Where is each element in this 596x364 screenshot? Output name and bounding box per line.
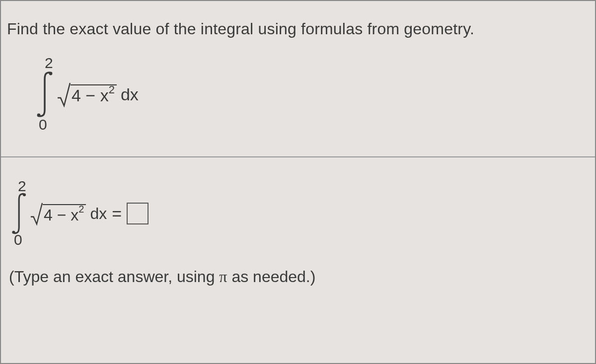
svg-point-0 — [49, 72, 53, 75]
integral-sign-icon — [11, 191, 29, 236]
sqrt-icon — [57, 81, 71, 108]
sqrt-icon — [30, 201, 43, 226]
radicand-exp: 2 — [109, 83, 115, 96]
differential: dx — [90, 205, 107, 223]
lower-limit: 0 — [14, 231, 22, 248]
sqrt-expression: 4 − x2 — [57, 81, 117, 108]
hint-text: (Type an exact answer, using π as needed… — [9, 268, 595, 286]
radicand-var: x — [71, 206, 78, 224]
integral-sign-icon — [36, 70, 56, 119]
radicand: 4 − x2 — [43, 204, 86, 223]
pi-symbol: π — [219, 268, 227, 286]
hint-suffix: as needed.) — [227, 268, 316, 286]
answer-input[interactable] — [127, 203, 149, 224]
equals-sign: = — [112, 204, 122, 223]
integral-expression-top: 2 0 4 − x2 dx — [36, 52, 595, 137]
lower-limit: 0 — [39, 116, 47, 133]
integral-expression-answer: 2 0 4 − x2 — [11, 176, 595, 251]
radicand: 4 − x2 — [71, 84, 117, 104]
radicand-var: x — [100, 86, 109, 105]
upper-limit: 2 — [45, 55, 53, 72]
hint-prefix: (Type an exact answer, using — [9, 268, 219, 286]
differential: dx — [121, 85, 139, 104]
radicand-const: 4 — [72, 86, 81, 105]
sqrt-expression: 4 − x2 — [30, 201, 86, 226]
radicand-exp: 2 — [78, 204, 84, 215]
problem-text: Find the exact value of the integral usi… — [1, 1, 595, 46]
upper-limit: 2 — [18, 178, 26, 195]
radicand-const: 4 — [44, 206, 53, 224]
